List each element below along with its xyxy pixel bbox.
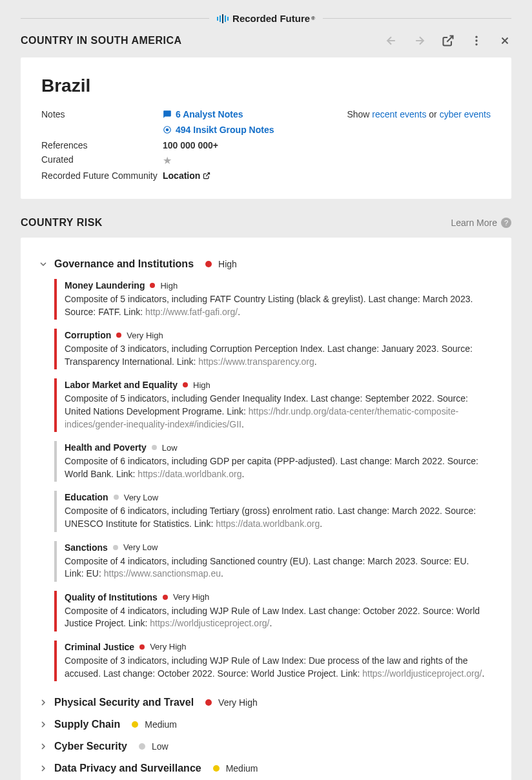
risk-level: Medium [226,763,258,774]
indicator-source-link[interactable]: https://hdr.undp.org/data-center/themati… [65,406,458,429]
brand-icon [217,14,229,23]
indicator-description: Composite of 3 indicators, including Cor… [65,343,486,368]
indicator-source-link[interactable]: https://data.worldbank.org [138,469,241,479]
indicator-source-link[interactable]: https://data.worldbank.org [216,518,320,529]
country-title: Brazil [41,76,491,96]
close-button[interactable] [498,34,511,47]
recent-events-link[interactable]: recent events [372,109,426,119]
show-links: Show recent events or cyber events [347,109,491,119]
indicator-item: Money LaunderingHighComposite of 5 indic… [54,279,493,320]
category-row[interactable]: Governance and InstitutionsHigh [39,253,493,275]
page-header: COUNTRY IN SOUTH AMERICA [21,34,511,47]
indicator-name: Health and Poverty [65,442,147,453]
brand-logo: Recorded Future® [217,13,315,24]
svg-point-9 [166,128,169,132]
risk-section-header: COUNTRY RISK Learn More ? [21,217,511,229]
more-menu-button[interactable] [470,34,483,47]
risk-level: Medium [145,719,177,730]
page-subtitle: COUNTRY IN SOUTH AMERICA [21,35,182,46]
category-row[interactable]: Cyber SecurityLow [39,735,493,757]
indicator-item: Health and PovertyLowComposite of 6 indi… [54,441,493,482]
indicator-source-link[interactable]: https://www.sanctionsmap.eu [104,568,221,579]
indicator-head: Health and PovertyLow [65,442,486,453]
indicator-head: SanctionsVery Low [65,542,486,553]
svg-rect-2 [222,14,223,23]
risk-dot-icon [213,765,220,772]
risk-card: Governance and InstitutionsHighMoney Lau… [21,238,511,780]
risk-dot-icon [205,699,212,706]
back-button[interactable] [385,34,398,47]
target-icon [163,125,172,134]
indicator-level: Low [162,443,178,453]
indicator-source-link[interactable]: http://www.fatf-gafi.org/ [145,307,238,317]
indicator-name: Criminal Justice [65,642,134,652]
indicator-description: Composite of 3 indicators, including WJP… [65,655,486,680]
indicator-level: High [193,380,210,390]
chevron-right-icon [39,765,48,772]
indicator-name: Quality of Institutions [65,592,158,602]
brand-name: Recorded Future [232,13,310,24]
risk-level: Low [152,741,169,752]
analyst-notes-link[interactable]: 6 Analyst Notes [163,109,243,119]
risk-dot-icon [139,743,145,750]
svg-rect-0 [217,17,218,21]
indicators-list: Money LaunderingHighComposite of 5 indic… [39,279,493,681]
indicator-item: EducationVery LowComposite of 6 indicato… [54,491,493,531]
insikt-notes-link[interactable]: 494 Insikt Group Notes [163,125,274,135]
risk-dot-icon [139,644,145,650]
forward-button[interactable] [413,34,426,47]
category-row[interactable]: Data Privacy and SurveillanceMedium [39,757,493,779]
indicator-name: Education [65,492,108,502]
learn-more-link[interactable]: Learn More ? [451,218,511,228]
header-actions [385,34,511,47]
indicator-item: Labor Market and EqualityHighComposite o… [54,378,493,432]
curated-label: Curated [41,154,163,167]
brand-bar: Recorded Future® [0,0,532,34]
chat-icon [163,110,172,119]
indicator-item: SanctionsVery LowComposite of 4 indicato… [54,541,493,582]
risk-level: Very High [218,697,258,708]
open-external-button[interactable] [442,34,455,47]
country-card: Brazil Show recent events or cyber event… [21,57,511,199]
indicator-name: Sanctions [65,542,108,553]
risk-dot-icon [132,721,138,728]
indicator-head: Labor Market and EqualityHigh [65,380,486,390]
indicator-source-link[interactable]: https://www.transparency.org [198,356,314,367]
indicator-head: Money LaunderingHigh [65,280,486,291]
category-title: Physical Security and Travel [54,697,194,708]
indicator-level: Very Low [123,542,158,552]
chevron-right-icon [39,743,48,750]
category-title: Cyber Security [54,741,127,752]
svg-rect-1 [220,15,221,22]
indicator-level: Very High [173,592,209,602]
references-label: References [41,140,163,150]
risk-dot-icon [152,445,157,450]
category-row[interactable]: Supply ChainMedium [39,713,493,735]
risk-dot-icon [150,283,155,288]
references-value: 100 000 000+ [163,140,491,150]
svg-rect-3 [225,15,226,22]
indicator-description: Composite of 4 indicators, including WJP… [65,605,486,630]
indicator-name: Corruption [65,330,111,340]
risk-dot-icon [114,495,119,500]
indicator-level: Very High [127,331,163,340]
cyber-events-link[interactable]: cyber events [440,109,491,119]
indicator-source-link[interactable]: https://worldjusticeproject.org/ [362,668,482,679]
indicator-description: Composite of 6 indicators, including GDP… [65,455,486,480]
svg-point-7 [475,43,477,45]
svg-point-5 [475,36,477,38]
meta-grid: Show recent events or cyber events Notes… [41,109,491,181]
category-row[interactable]: Physical Security and TravelVery High [39,692,493,713]
indicator-name: Labor Market and Equality [65,380,178,390]
location-link[interactable]: Location [163,170,210,181]
chevron-right-icon [39,721,48,728]
indicator-description: Composite of 5 indicators, including Gen… [65,393,486,431]
risk-dot-icon [113,545,118,550]
star-icon[interactable]: ★ [163,155,172,166]
divider-right [323,18,511,19]
divider-left [21,18,209,19]
indicator-source-link[interactable]: https://worldjusticeproject.org/ [150,618,269,628]
indicator-head: CorruptionVery High [65,330,486,340]
category-title: Governance and Institutions [54,258,194,270]
help-icon: ? [501,218,511,228]
